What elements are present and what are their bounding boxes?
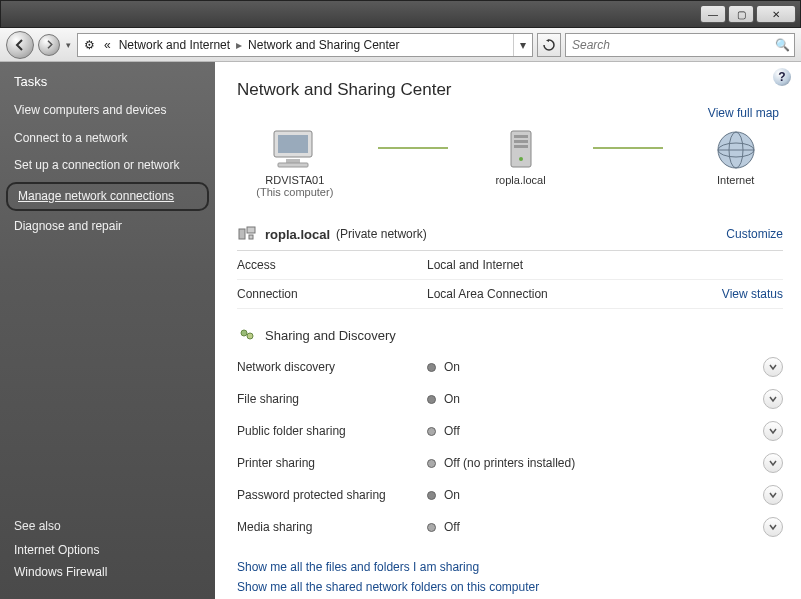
sharing-row-label: Network discovery — [237, 360, 427, 374]
sharing-row-value: Off (no printers installed) — [444, 456, 763, 470]
network-map: RDVISTA01 (This computer) ropla.local In… — [237, 126, 783, 198]
refresh-button[interactable] — [537, 33, 561, 57]
expand-button[interactable] — [763, 357, 783, 377]
node-internet[interactable]: Internet — [708, 126, 764, 198]
nav-history-icon[interactable]: ▾ — [64, 40, 73, 50]
breadcrumb-path[interactable]: ⚙ « Network and Internet ▸ Network and S… — [77, 33, 533, 57]
task-view-computers[interactable]: View computers and devices — [0, 97, 215, 125]
map-link-1 — [378, 147, 448, 149]
svg-rect-1 — [278, 135, 308, 153]
connection-value: Local Area Connection — [427, 287, 722, 301]
page-title: Network and Sharing Center — [237, 80, 783, 100]
expand-button[interactable] — [763, 485, 783, 505]
status-dot-icon — [427, 523, 436, 532]
sharing-row-value: On — [444, 488, 763, 502]
connection-label: Connection — [237, 287, 427, 301]
svg-rect-3 — [278, 163, 308, 167]
path-dropdown[interactable]: ▾ — [513, 34, 532, 56]
sharing-row: Printer sharingOff (no printers installe… — [237, 447, 783, 479]
svg-point-17 — [247, 333, 253, 339]
back-button[interactable] — [6, 31, 34, 59]
control-panel-icon: ⚙ — [78, 38, 100, 52]
arrow-right-icon — [45, 40, 54, 49]
expand-button[interactable] — [763, 517, 783, 537]
svg-rect-6 — [514, 140, 528, 143]
status-dot-icon — [427, 427, 436, 436]
node3-sub — [734, 186, 737, 198]
window-titlebar: — ▢ ✕ — [0, 0, 801, 28]
maximize-button[interactable]: ▢ — [728, 5, 754, 23]
status-dot-icon — [427, 459, 436, 468]
arrow-left-icon — [14, 39, 26, 51]
chevron-down-icon — [769, 395, 777, 403]
view-status-link[interactable]: View status — [722, 287, 783, 301]
svg-point-16 — [241, 330, 247, 336]
node1-name: RDVISTA01 — [265, 174, 324, 186]
task-diagnose-repair[interactable]: Diagnose and repair — [0, 213, 215, 241]
task-setup-connection[interactable]: Set up a connection or network — [0, 152, 215, 180]
sidebar-spacer — [0, 241, 215, 509]
network-name: ropla.local — [265, 227, 330, 242]
expand-button[interactable] — [763, 421, 783, 441]
show-shared-folders-link[interactable]: Show me all the shared network folders o… — [237, 577, 783, 597]
see-also-windows-firewall[interactable]: Windows Firewall — [14, 561, 201, 583]
svg-rect-5 — [514, 135, 528, 138]
network-header: ropla.local (Private network) Customize — [237, 218, 783, 251]
body: Tasks View computers and devices Connect… — [0, 62, 801, 599]
minimize-button[interactable]: — — [700, 5, 726, 23]
breadcrumb-seg2[interactable]: Network and Sharing Center — [244, 38, 403, 52]
computer-icon — [267, 126, 323, 174]
task-manage-connections[interactable]: Manage network connections — [6, 182, 209, 212]
svg-rect-7 — [514, 145, 528, 148]
network-row-access: Access Local and Internet — [237, 251, 783, 280]
sharing-discovery-label: Sharing and Discovery — [265, 328, 396, 343]
access-label: Access — [237, 258, 427, 272]
network-icon — [237, 224, 257, 244]
map-link-2 — [593, 147, 663, 149]
bottom-links: Show me all the files and folders I am s… — [237, 557, 783, 597]
svg-rect-13 — [239, 229, 245, 239]
sharing-row: Network discoveryOn — [237, 351, 783, 383]
chevron-down-icon — [769, 491, 777, 499]
node1-sub: (This computer) — [256, 186, 333, 198]
node-this-computer[interactable]: RDVISTA01 (This computer) — [256, 126, 333, 198]
chevron-down-icon — [769, 459, 777, 467]
chevron-down-icon — [769, 523, 777, 531]
customize-link[interactable]: Customize — [726, 227, 783, 241]
network-type: (Private network) — [336, 227, 427, 241]
close-button[interactable]: ✕ — [756, 5, 796, 23]
node2-sub — [519, 186, 522, 198]
node-local-network[interactable]: ropla.local — [493, 126, 549, 198]
svg-rect-2 — [286, 159, 300, 163]
breadcrumb-seg1[interactable]: Network and Internet — [115, 38, 234, 52]
network-row-connection: Connection Local Area Connection View st… — [237, 280, 783, 309]
expand-button[interactable] — [763, 453, 783, 473]
tasks-heading: Tasks — [0, 62, 215, 97]
sharing-row-value: On — [444, 392, 763, 406]
svg-rect-15 — [249, 235, 253, 239]
forward-button[interactable] — [38, 34, 60, 56]
sharing-row: Public folder sharingOff — [237, 415, 783, 447]
expand-button[interactable] — [763, 389, 783, 409]
sharing-row: Media sharingOff — [237, 511, 783, 543]
sharing-row: File sharingOn — [237, 383, 783, 415]
address-bar: ▾ ⚙ « Network and Internet ▸ Network and… — [0, 28, 801, 62]
search-icon[interactable]: 🔍 — [770, 38, 794, 52]
sharing-row: Password protected sharingOn — [237, 479, 783, 511]
sharing-icon — [237, 325, 257, 345]
see-also-internet-options[interactable]: Internet Options — [14, 539, 201, 561]
chevron-down-icon — [769, 363, 777, 371]
breadcrumb-back[interactable]: « — [100, 38, 115, 52]
search-box[interactable]: 🔍 — [565, 33, 795, 57]
status-dot-icon — [427, 395, 436, 404]
see-also-heading: See also — [14, 519, 201, 533]
sharing-row-label: Media sharing — [237, 520, 427, 534]
sharing-row-label: Printer sharing — [237, 456, 427, 470]
main-content: ? Network and Sharing Center View full m… — [215, 62, 801, 599]
sharing-rows: Network discoveryOnFile sharingOnPublic … — [237, 351, 783, 543]
task-connect-network[interactable]: Connect to a network — [0, 125, 215, 153]
search-input[interactable] — [566, 38, 770, 52]
show-shared-files-link[interactable]: Show me all the files and folders I am s… — [237, 557, 783, 577]
help-icon[interactable]: ? — [773, 68, 791, 86]
view-full-map-link[interactable]: View full map — [708, 106, 779, 120]
